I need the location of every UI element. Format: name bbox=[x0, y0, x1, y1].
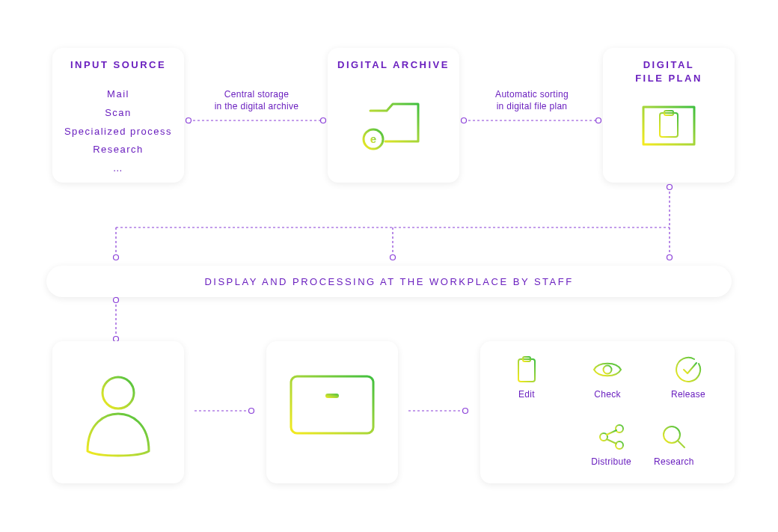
input-source-list: Mail Scan Specialized process Research … bbox=[52, 85, 184, 177]
connector-label-1: Central storage in the digital archive bbox=[193, 88, 320, 112]
svg-point-9 bbox=[321, 118, 326, 123]
svg-point-34 bbox=[463, 409, 468, 414]
svg-point-14 bbox=[667, 185, 673, 190]
connector-label-2-line1: Automatic sorting bbox=[468, 88, 595, 100]
connector-monitor-actions bbox=[404, 407, 476, 415]
svg-point-40 bbox=[604, 366, 612, 374]
clipboard-icon bbox=[512, 355, 542, 385]
action-edit: Edit bbox=[512, 355, 542, 400]
bar-to-user-connector bbox=[111, 297, 121, 343]
processing-bar-label: DISPLAY AND PROCESSING AT THE WORKPLACE … bbox=[204, 276, 573, 287]
zoom-plus-icon bbox=[659, 422, 689, 452]
svg-point-21 bbox=[667, 255, 673, 260]
digital-file-plan-title-l1: DIGITAL bbox=[643, 59, 695, 70]
svg-rect-32 bbox=[325, 394, 339, 398]
digital-file-plan-title: DIGITAL FILE PLAN bbox=[603, 58, 735, 85]
svg-line-47 bbox=[678, 441, 684, 447]
digital-file-plan-title-l2: FILE PLAN bbox=[635, 73, 702, 84]
svg-point-11 bbox=[462, 118, 467, 123]
svg-point-25 bbox=[102, 377, 134, 409]
bridge-connector bbox=[45, 183, 733, 266]
connector-label-1-line2: in the digital archive bbox=[193, 100, 320, 112]
action-edit-label: Edit bbox=[518, 389, 535, 400]
action-release-label: Release bbox=[671, 389, 705, 400]
input-source-title: INPUT SOURCE bbox=[52, 58, 184, 72]
svg-rect-28 bbox=[291, 376, 373, 433]
action-research: Research bbox=[654, 422, 694, 467]
digital-archive-card: DIGITAL ARCHIVE e bbox=[328, 48, 459, 183]
action-distribute: Distribute bbox=[591, 422, 631, 467]
actions-card: Edit Check Release bbox=[480, 341, 735, 483]
svg-point-12 bbox=[596, 118, 601, 123]
list-item: Scan bbox=[52, 104, 184, 123]
action-research-label: Research bbox=[654, 456, 694, 467]
svg-point-42 bbox=[616, 425, 623, 432]
svg-point-19 bbox=[114, 255, 119, 260]
list-item: Specialized process bbox=[52, 123, 184, 141]
share-icon bbox=[595, 422, 627, 452]
action-check: Check bbox=[591, 355, 624, 400]
connector-label-2-line2: in digital file plan bbox=[468, 100, 595, 112]
processing-bar: DISPLAY AND PROCESSING AT THE WORKPLACE … bbox=[46, 266, 732, 297]
connector-user-monitor bbox=[190, 407, 262, 415]
action-check-label: Check bbox=[594, 389, 621, 400]
monitor-icon bbox=[284, 367, 381, 457]
digital-archive-title: DIGITAL ARCHIVE bbox=[328, 58, 459, 72]
list-item: Mail bbox=[52, 85, 184, 104]
connector-line-1 bbox=[184, 117, 328, 124]
check-circle-icon bbox=[673, 355, 703, 385]
connector-label-2: Automatic sorting in digital file plan bbox=[468, 88, 595, 112]
user-icon bbox=[77, 367, 159, 457]
digital-file-plan-card: DIGITAL FILE PLAN bbox=[603, 48, 735, 183]
input-source-card: INPUT SOURCE Mail Scan Specialized proce… bbox=[52, 48, 184, 183]
connector-line-2 bbox=[459, 117, 603, 124]
eye-icon bbox=[591, 355, 624, 385]
svg-point-27 bbox=[249, 409, 254, 414]
svg-point-20 bbox=[390, 255, 396, 260]
list-item: … bbox=[52, 159, 184, 178]
svg-point-8 bbox=[186, 118, 192, 123]
action-release: Release bbox=[671, 355, 705, 400]
svg-point-23 bbox=[114, 298, 119, 303]
monitor-card bbox=[266, 341, 398, 483]
svg-point-43 bbox=[616, 441, 623, 449]
svg-line-45 bbox=[607, 439, 616, 444]
action-distribute-label: Distribute bbox=[591, 456, 631, 467]
laptop-clipboard-icon bbox=[631, 101, 706, 159]
user-card bbox=[52, 341, 184, 483]
svg-text:e: e bbox=[370, 132, 376, 145]
list-item: Research bbox=[52, 141, 184, 159]
folder-e-icon: e bbox=[360, 96, 427, 156]
svg-line-44 bbox=[607, 430, 616, 435]
connector-label-1-line1: Central storage bbox=[193, 88, 320, 100]
